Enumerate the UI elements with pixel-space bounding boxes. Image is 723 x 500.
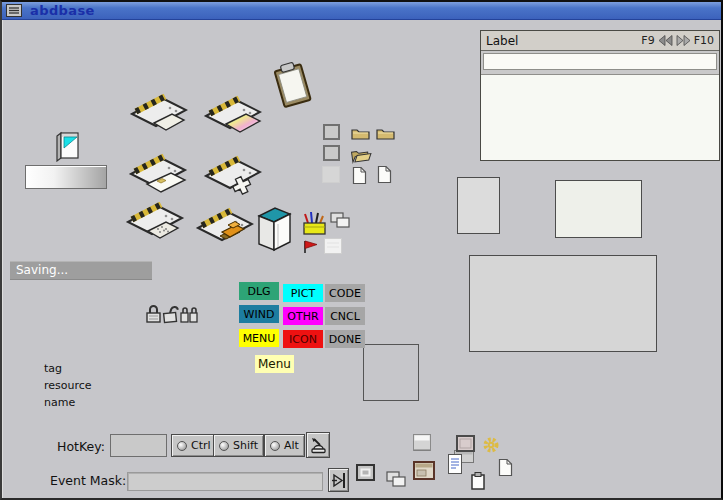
book-icon[interactable]	[257, 204, 293, 254]
page-icon[interactable]	[498, 458, 513, 477]
stamp-icon	[309, 436, 327, 454]
label-panel-header: Label F9 F10	[481, 31, 719, 51]
lock-closed-icon[interactable]	[145, 303, 162, 324]
folder-icon[interactable]	[376, 126, 396, 141]
shift-toggle[interactable]: Shift	[213, 434, 264, 457]
tag-label: tag	[44, 362, 62, 375]
code-button[interactable]: CODE	[325, 284, 365, 302]
preview-box-small[interactable]	[457, 177, 500, 234]
shift-radio[interactable]	[219, 441, 229, 451]
menu-button[interactable]: MENU	[239, 329, 279, 347]
done-button[interactable]: DONE	[325, 330, 365, 348]
window-title: abdbase	[30, 3, 95, 18]
clipboard-small-icon[interactable]	[471, 472, 485, 490]
square-slot-icon[interactable]	[323, 124, 340, 140]
pict-button[interactable]: PICT	[283, 284, 323, 302]
next-arrows-icon[interactable]	[676, 35, 691, 46]
event-mask-input[interactable]	[127, 472, 323, 491]
menu-tag[interactable]: Menu	[255, 355, 294, 373]
cncl-button[interactable]: CNCL	[325, 307, 365, 325]
window-menu-icon[interactable]	[6, 4, 22, 17]
folder-icon[interactable]	[351, 126, 371, 141]
lock-open-icon[interactable]	[162, 302, 179, 324]
key-next-label: F10	[694, 34, 714, 47]
label-list[interactable]	[481, 74, 719, 160]
gradient-bar[interactable]	[25, 165, 107, 189]
preview-box-medium[interactable]	[555, 180, 642, 238]
hotkey-pick-button[interactable]	[306, 432, 330, 458]
gear-icon[interactable]	[483, 437, 499, 453]
alt-toggle[interactable]: Alt	[264, 434, 305, 457]
label-panel: Label F9 F10	[480, 30, 720, 161]
keypad-template-icon[interactable]	[124, 198, 186, 256]
clipboard-icon[interactable]	[268, 60, 318, 110]
event-mask-label: Event Mask:	[50, 473, 126, 488]
dialog-template-icon[interactable]	[128, 90, 188, 146]
tool-template-icon[interactable]	[202, 152, 262, 210]
hotkey-label: HotKey:	[57, 439, 105, 454]
alt-radio[interactable]	[270, 441, 280, 451]
name-label: name	[44, 396, 75, 409]
window-raised-icon[interactable]	[413, 434, 431, 451]
preview-box-outline[interactable]	[363, 344, 419, 401]
paintbox-icon[interactable]	[301, 208, 329, 238]
window-dark-icon[interactable]	[413, 461, 435, 480]
status-saving: Saving...	[10, 261, 152, 280]
document-icon[interactable]	[377, 165, 392, 184]
window-3d-icon[interactable]	[52, 128, 82, 162]
square-slot-icon[interactable]	[322, 166, 340, 183]
nested-squares-icon[interactable]	[356, 464, 375, 481]
resource-label: resource	[44, 379, 92, 392]
builder-template-icon[interactable]	[194, 204, 254, 260]
dlg-button[interactable]: DLG	[239, 282, 279, 300]
folder-open-icon[interactable]	[350, 147, 373, 164]
hotkey-input[interactable]	[110, 434, 167, 457]
blank-box-icon[interactable]	[324, 238, 342, 254]
enter-arrow-icon	[331, 471, 347, 490]
flag-icon[interactable]	[300, 238, 321, 255]
ctrl-toggle[interactable]: Ctrl	[171, 434, 217, 457]
wind-button[interactable]: WIND	[239, 305, 279, 323]
preview-box-large[interactable]	[469, 255, 657, 352]
icon-button[interactable]: ICON	[283, 330, 323, 348]
picture-template-icon[interactable]	[202, 92, 262, 148]
cascade-windows-icon[interactable]	[330, 212, 351, 229]
window-plain-icon[interactable]	[456, 435, 475, 452]
titlebar[interactable]: abdbase	[2, 2, 721, 20]
lock-pair-icon[interactable]	[180, 303, 200, 324]
cascade-windows-icon[interactable]	[386, 471, 407, 488]
app-window: abdbase Label F9 F10	[0, 0, 723, 500]
othr-button[interactable]: OTHR	[283, 307, 323, 325]
square-slot-icon[interactable]	[323, 145, 340, 161]
event-mask-pick-button[interactable]	[328, 468, 349, 492]
ctrl-radio[interactable]	[177, 441, 187, 451]
key-prev-label: F9	[641, 34, 654, 47]
label-input[interactable]	[484, 58, 716, 73]
label-panel-title: Label	[486, 34, 641, 48]
prev-arrows-icon[interactable]	[658, 35, 673, 46]
document-icon[interactable]	[352, 166, 367, 185]
